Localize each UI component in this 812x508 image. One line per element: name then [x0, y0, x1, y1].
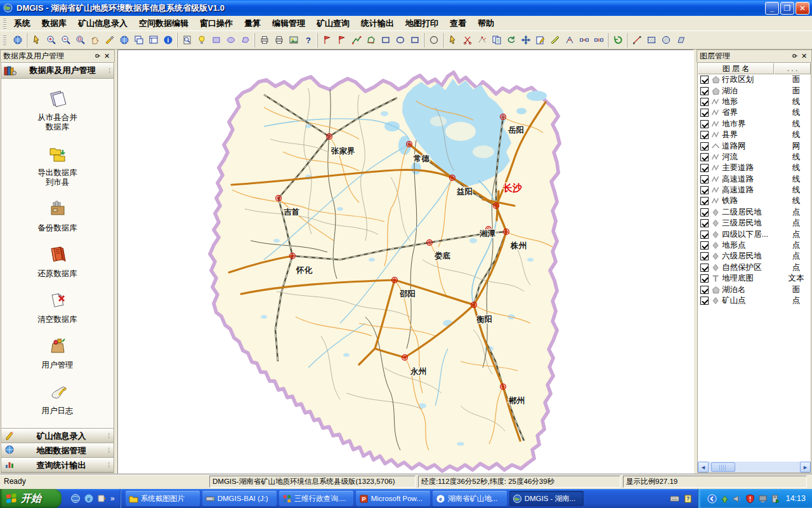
panel-item-clear-database[interactable]: 清空数据库 [1, 290, 114, 324]
edit-attribute-icon[interactable] [533, 33, 547, 48]
draw-line-icon[interactable] [629, 33, 644, 48]
language-bar-help-icon[interactable]: ? [683, 494, 693, 504]
ellipse-select-icon[interactable] [223, 33, 238, 48]
close-button[interactable]: ✕ [796, 2, 809, 15]
layer-checkbox[interactable] [700, 252, 709, 260]
print-setup-icon[interactable] [272, 33, 286, 48]
layer-checkbox[interactable] [700, 153, 709, 161]
help-icon[interactable]: ? [301, 33, 315, 48]
layer-row-1[interactable]: 湖泊面 [698, 85, 811, 96]
layer-checkbox[interactable] [700, 274, 709, 283]
layer-row-12[interactable]: 二级居民地点 [698, 207, 811, 218]
zoom-in-icon[interactable] [44, 33, 58, 48]
taskbar-button-0[interactable]: 系统截图图片 [126, 491, 200, 506]
ellipse-outline-icon[interactable] [426, 33, 441, 48]
panel-bar-mine-info-entry[interactable]: 矿山信息录入⁞ [1, 429, 114, 443]
layer-checkbox[interactable] [700, 241, 709, 250]
taskbar-button-4[interactable]: e湖南省矿山地... [433, 491, 507, 506]
layer-row-17[interactable]: 自然保护区点 [698, 262, 811, 273]
menubar-grip[interactable] [3, 18, 6, 29]
layer-checkbox[interactable] [700, 87, 709, 95]
layer-row-14[interactable]: 四级以下居...点 [698, 229, 811, 239]
draw-square-icon[interactable] [407, 33, 422, 48]
draw-ellipse-icon[interactable] [393, 33, 407, 48]
tray-security-shield-icon[interactable] [745, 494, 755, 504]
layer-more-column[interactable]: . . . [774, 63, 811, 74]
pan-hand-icon[interactable] [88, 33, 102, 48]
keyboard-layout-icon[interactable] [670, 494, 679, 504]
add-point-icon[interactable] [320, 33, 334, 48]
layer-checkbox[interactable] [700, 175, 709, 184]
flash-locate-icon[interactable] [194, 33, 209, 48]
edit-select-icon[interactable] [445, 33, 460, 48]
panel-item-backup-database[interactable]: 备份数据库 [1, 198, 114, 233]
menu-item-5[interactable]: 量算 [239, 16, 266, 31]
panel-bar-map-data-manage[interactable]: 地图数据管理⁞ [1, 443, 114, 458]
polygon-select-icon[interactable] [238, 33, 252, 48]
menu-item-8[interactable]: 统计输出 [355, 16, 400, 31]
panel-item-restore-database[interactable]: 还原数据库 [1, 244, 114, 279]
snap-icon[interactable] [562, 33, 577, 48]
move-feature-icon[interactable] [518, 33, 533, 48]
menu-item-4[interactable]: 窗口操作 [194, 16, 239, 31]
info-icon[interactable]: i [160, 33, 175, 48]
zoom-out-icon[interactable] [58, 33, 73, 48]
menu-item-10[interactable]: 查看 [444, 16, 472, 31]
quick-launch-more-chevron[interactable]: » [110, 494, 115, 503]
scroll-right-arrow-icon[interactable]: ► [800, 462, 811, 472]
add-label-point-icon[interactable] [334, 33, 349, 48]
tray-volume-icon[interactable] [733, 494, 742, 504]
menu-item-11[interactable]: 帮助 [472, 16, 500, 31]
taskbar-button-1[interactable]: DMGIS-BAI (J:) [202, 491, 277, 506]
layer-row-8[interactable]: 主要道路线 [698, 163, 811, 173]
layer-checkbox[interactable] [700, 142, 709, 150]
minimize-button[interactable]: _ [765, 2, 779, 15]
internet-explorer-icon[interactable]: e [84, 493, 94, 504]
restore-button[interactable]: ❐ [780, 2, 794, 15]
layer-pin-icon[interactable] [790, 52, 799, 61]
layer-checkbox[interactable] [700, 98, 709, 106]
layer-row-20[interactable]: 矿山点点 [698, 295, 811, 306]
layer-panel-hscrollbar[interactable]: ◄ ► [698, 462, 811, 472]
menu-item-0[interactable]: 系统 [8, 16, 36, 31]
layer-checkbox[interactable] [700, 131, 709, 139]
refresh-map-icon[interactable] [102, 33, 117, 48]
menu-item-2[interactable]: 矿山信息录入 [72, 16, 133, 31]
layer-row-11[interactable]: 铁路线 [698, 196, 811, 206]
menu-item-6[interactable]: 编辑管理 [266, 16, 311, 31]
rect-select-icon[interactable] [209, 33, 223, 48]
merge-feature-icon[interactable] [577, 33, 591, 48]
move-node-icon[interactable] [475, 33, 489, 48]
group-header[interactable]: 数据库及用户管理 ⁞ [1, 63, 114, 79]
layer-row-4[interactable]: 地市界线 [698, 119, 811, 130]
panel-item-export-database[interactable]: 导出数据库到市县 [1, 143, 114, 187]
layer-row-5[interactable]: 县界线 [698, 130, 811, 140]
measure-area-icon[interactable] [363, 33, 378, 48]
full-view-globe-icon[interactable] [117, 33, 131, 48]
select-arrow-icon[interactable] [29, 33, 44, 48]
menu-item-7[interactable]: 矿山查询 [311, 16, 355, 31]
close-panel-icon[interactable]: ✕ [102, 52, 112, 61]
hatch-rect-icon[interactable] [644, 33, 658, 48]
rotate-feature-icon[interactable] [504, 33, 518, 48]
undo-icon[interactable] [610, 33, 625, 48]
layer-checkbox[interactable] [700, 297, 709, 305]
draw-rect-icon[interactable] [378, 33, 393, 48]
taskbar-button-2[interactable]: 三维行政查询.... [279, 491, 353, 506]
copy-feature-icon[interactable] [489, 33, 504, 48]
start-button[interactable]: 开始 [0, 489, 62, 508]
layer-checkbox[interactable] [700, 208, 709, 217]
menu-item-1[interactable]: 数据库 [36, 16, 72, 31]
layer-row-2[interactable]: 地形线 [698, 97, 811, 107]
layer-row-3[interactable]: 省界线 [698, 107, 811, 118]
panel-item-user-log[interactable]: 用户日志 [1, 381, 114, 416]
print-icon[interactable] [257, 33, 272, 48]
measure-ruler-icon[interactable] [547, 33, 562, 48]
layer-checkbox[interactable] [700, 219, 709, 227]
print-preview-icon[interactable] [180, 33, 194, 48]
layer-row-19[interactable]: 湖泊名面 [698, 284, 811, 295]
attribute-form-icon[interactable] [146, 33, 160, 48]
hunan-map-canvas[interactable]: 张家界常德岳阳益阳长沙吉首湘潭株州娄底怀化邵阳衡阳永州郴州 [118, 50, 694, 473]
layer-name-column[interactable]: 图 层 名 [698, 63, 774, 74]
layer-row-0[interactable]: 行政区划面 [698, 74, 811, 85]
